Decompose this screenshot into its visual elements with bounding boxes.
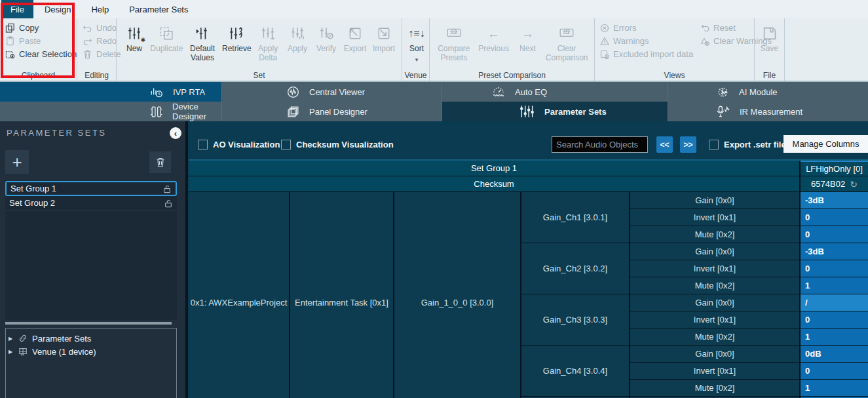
menu-bar: File Design Help Parameter Sets — [0, 0, 868, 18]
verify-button[interactable]: Verify — [312, 22, 340, 56]
param-value-cell[interactable]: -3dB — [801, 192, 868, 209]
channel-cell: Gain_Ch4 [3.0.4] — [521, 346, 629, 396]
sort-dropdown-caret[interactable]: ▾ — [415, 56, 419, 63]
next-button[interactable]: → Next — [514, 22, 542, 56]
redo-icon — [83, 36, 92, 46]
paste-button[interactable]: Paste — [4, 35, 73, 47]
set-group-list-item[interactable]: Set Group 1 — [5, 181, 177, 196]
undo-icon — [83, 23, 92, 33]
nav-tile-central-viewer[interactable]: Central Viewer — [222, 82, 442, 102]
save-icon — [762, 24, 778, 43]
nav-tile-ai-module[interactable]: AI Module — [668, 82, 868, 102]
redo-button[interactable]: Redo — [81, 35, 112, 47]
ir-measurement-icon — [716, 105, 730, 119]
parameter-table: Set Group 1 LFHighOnly [0] Checksum 6574… — [189, 159, 868, 398]
retrieve-button[interactable]: Retrieve — [221, 22, 252, 56]
excluded-import-data-button[interactable]: Excluded import data — [599, 49, 687, 60]
search-previous-button[interactable]: << — [656, 136, 673, 153]
param-value-cell[interactable]: 1 — [801, 328, 868, 345]
column-header-cell[interactable]: LFHighOnly [0] — [801, 161, 868, 176]
panel-designer-icon — [286, 105, 300, 119]
delete-set-group-button[interactable] — [149, 151, 171, 173]
param-value-cell[interactable]: 0 — [801, 363, 868, 379]
group-label-clipboard: Clipboard — [0, 71, 77, 80]
tab-design[interactable]: Design — [35, 0, 80, 18]
nav-tile-device-designer[interactable]: Device Designer — [0, 102, 222, 121]
nav-tile-parameter-sets[interactable]: Parameter Sets — [442, 102, 668, 121]
export-button[interactable]: Export — [341, 22, 369, 56]
import-button[interactable]: Import — [370, 22, 398, 56]
ao-visualization-checkbox[interactable] — [198, 140, 208, 149]
ribbon-group-set: ✱ New Duplicate Default Values Retrieve … — [117, 18, 402, 81]
tab-parameter-sets[interactable]: Parameter Sets — [120, 0, 197, 18]
param-value-cell[interactable]: 1 — [801, 380, 868, 396]
add-set-group-button[interactable]: + — [5, 150, 29, 174]
delete-button[interactable]: Delete — [81, 49, 112, 60]
ai-module-icon — [716, 85, 730, 99]
nav-tile-panel-designer[interactable]: Panel Designer — [222, 102, 442, 121]
nav-tile-ivp-rta[interactable]: IVP RTA — [0, 82, 222, 102]
trash-icon — [155, 157, 166, 168]
central-viewer-icon — [286, 85, 300, 99]
parameter-set-cell: Gain_1_0_0 [3.0.0] — [394, 192, 520, 398]
checksum-visualization-checkbox[interactable] — [281, 140, 291, 149]
sort-icon: ↑≡↓ — [408, 24, 425, 43]
param-label-cell: Invert [0x1] — [630, 311, 799, 328]
param-label-cell: Mute [0x2] — [630, 328, 799, 345]
sidebar-splitter[interactable] — [5, 322, 172, 325]
search-next-button[interactable]: >> — [680, 136, 696, 153]
param-value-cell[interactable]: 0 — [801, 209, 868, 226]
duplicate-button[interactable]: Duplicate — [149, 22, 184, 56]
undo-button[interactable]: Undo — [81, 22, 112, 33]
refresh-checksum-icon[interactable]: ↻ — [850, 179, 858, 189]
errors-button[interactable]: Errors — [599, 22, 687, 33]
tab-help[interactable]: Help — [82, 0, 118, 18]
expander-icon[interactable]: ▶ — [9, 349, 14, 355]
param-value-cell[interactable]: 0 — [801, 260, 868, 277]
copy-button[interactable]: Copy — [4, 22, 73, 33]
clear-comparison-button[interactable]: Clear Comparison — [543, 22, 590, 65]
param-label-cell: Mute [0x2] — [630, 380, 799, 396]
save-button[interactable]: Save — [758, 22, 782, 56]
unlock-icon[interactable] — [164, 199, 173, 208]
tree-item-venue[interactable]: ▶ Venue (1 device) — [9, 345, 174, 358]
param-value-cell[interactable]: -3dB — [801, 243, 868, 260]
param-value-cell[interactable]: 0 — [801, 226, 868, 243]
unlock-icon[interactable] — [162, 184, 172, 193]
previous-button[interactable]: ← Previous — [476, 22, 512, 56]
param-value-cell[interactable]: 0dB — [801, 346, 868, 362]
set-group-list-item[interactable]: Set Group 2 — [5, 196, 177, 210]
apply-delta-icon — [261, 24, 275, 43]
apply-button[interactable]: Apply — [284, 22, 311, 56]
manage-columns-button[interactable]: Manage Columns — [783, 135, 868, 153]
param-label-cell: Invert [0x1] — [630, 260, 799, 277]
apply-delta-button[interactable]: Apply Delta — [254, 22, 282, 65]
nav-tile-ir-measurement[interactable]: IR Measurement — [668, 102, 868, 121]
parameter-sets-icon — [519, 104, 535, 119]
param-value-cell[interactable]: 1 — [801, 277, 868, 294]
auto-eq-icon — [491, 85, 506, 99]
clear-selection-button[interactable]: Clear Selection — [4, 49, 73, 60]
sidebar-collapse-button[interactable]: ‹ — [170, 127, 181, 139]
duplicate-icon — [159, 24, 174, 43]
expander-icon[interactable]: ▶ — [9, 336, 14, 342]
sort-button[interactable]: ↑≡↓ Sort ▾ — [406, 22, 427, 65]
nav-tile-auto-eq[interactable]: Auto EQ — [442, 82, 668, 102]
warnings-button[interactable]: Warnings — [599, 35, 687, 47]
param-value-cell[interactable]: 0 — [801, 311, 868, 328]
new-button[interactable]: ✱ New — [121, 22, 148, 56]
parameter-sets-sidebar: PARAMETER SETS ‹ + Set Group 1 Set Group… — [0, 121, 185, 398]
group-label-editing: Editing — [77, 71, 116, 80]
link-icon — [18, 334, 28, 343]
search-audio-objects-input[interactable] — [552, 136, 648, 153]
excluded-import-data-icon — [600, 50, 609, 59]
tab-file[interactable]: File — [1, 0, 33, 18]
param-label-cell: Mute [0x2] — [630, 226, 799, 243]
default-values-button[interactable]: Default Values — [185, 22, 220, 65]
set-group-header-cell: Set Group 1 — [189, 161, 799, 176]
param-value-cell-selected[interactable]: / — [801, 294, 868, 311]
export-setr-checkbox[interactable] — [709, 140, 719, 149]
ribbon-group-file: Save File — [755, 18, 785, 81]
compare-presets-button[interactable]: Compare Presets — [434, 22, 474, 65]
tree-item-parameter-sets[interactable]: ▶ Parameter Sets — [9, 332, 174, 345]
